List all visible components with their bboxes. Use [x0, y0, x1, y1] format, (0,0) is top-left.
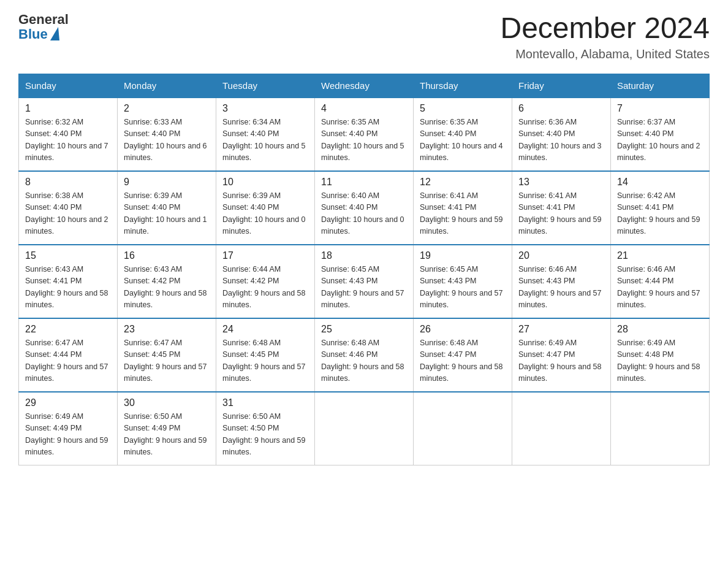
calendar-cell: 19 Sunrise: 6:45 AMSunset: 4:43 PMDaylig… — [414, 245, 512, 318]
calendar-cell: 30 Sunrise: 6:50 AMSunset: 4:49 PMDaylig… — [118, 392, 216, 465]
day-number: 13 — [518, 177, 604, 188]
calendar-week-2: 8 Sunrise: 6:38 AMSunset: 4:40 PMDayligh… — [19, 171, 710, 245]
day-number: 1 — [25, 103, 111, 114]
column-header-friday: Friday — [512, 74, 611, 98]
day-number: 30 — [124, 397, 210, 408]
day-number: 11 — [321, 177, 407, 188]
location-subtitle: Montevallo, Alabama, United States — [500, 47, 710, 61]
column-header-monday: Monday — [118, 74, 216, 98]
day-info: Sunrise: 6:41 AMSunset: 4:41 PMDaylight:… — [518, 190, 604, 238]
day-info: Sunrise: 6:42 AMSunset: 4:41 PMDaylight:… — [617, 190, 703, 238]
logo-blue: Blue — [18, 27, 48, 42]
day-number: 6 — [518, 103, 604, 114]
calendar-cell: 20 Sunrise: 6:46 AMSunset: 4:43 PMDaylig… — [512, 245, 611, 318]
day-info: Sunrise: 6:34 AMSunset: 4:40 PMDaylight:… — [222, 117, 308, 164]
day-number: 18 — [321, 250, 407, 261]
day-info: Sunrise: 6:35 AMSunset: 4:40 PMDaylight:… — [420, 117, 506, 164]
day-info: Sunrise: 6:43 AMSunset: 4:41 PMDaylight:… — [25, 264, 111, 312]
calendar-cell: 3 Sunrise: 6:34 AMSunset: 4:40 PMDayligh… — [216, 98, 315, 171]
calendar-cell: 4 Sunrise: 6:35 AMSunset: 4:40 PMDayligh… — [315, 98, 414, 171]
logo-triangle-icon — [50, 27, 59, 40]
day-info: Sunrise: 6:49 AMSunset: 4:48 PMDaylight:… — [617, 337, 703, 385]
day-info: Sunrise: 6:35 AMSunset: 4:40 PMDaylight:… — [321, 117, 407, 164]
day-number: 24 — [222, 324, 308, 335]
calendar-cell: 22 Sunrise: 6:47 AMSunset: 4:44 PMDaylig… — [19, 318, 118, 392]
day-number: 17 — [222, 250, 308, 261]
day-number: 28 — [617, 324, 703, 335]
day-info: Sunrise: 6:48 AMSunset: 4:47 PMDaylight:… — [420, 337, 506, 385]
day-number: 7 — [617, 103, 703, 114]
column-header-sunday: Sunday — [19, 74, 118, 98]
day-info: Sunrise: 6:39 AMSunset: 4:40 PMDaylight:… — [222, 190, 308, 238]
day-info: Sunrise: 6:50 AMSunset: 4:50 PMDaylight:… — [222, 411, 308, 459]
day-info: Sunrise: 6:49 AMSunset: 4:47 PMDaylight:… — [518, 337, 604, 385]
logo-general: General — [18, 12, 69, 27]
month-title: December 2024 — [500, 12, 710, 45]
calendar-cell: 1 Sunrise: 6:32 AMSunset: 4:40 PMDayligh… — [19, 98, 118, 171]
calendar-cell: 14 Sunrise: 6:42 AMSunset: 4:41 PMDaylig… — [611, 171, 710, 245]
day-number: 12 — [420, 177, 506, 188]
day-info: Sunrise: 6:50 AMSunset: 4:49 PMDaylight:… — [124, 411, 210, 459]
calendar-cell: 6 Sunrise: 6:36 AMSunset: 4:40 PMDayligh… — [512, 98, 611, 171]
calendar-cell: 5 Sunrise: 6:35 AMSunset: 4:40 PMDayligh… — [414, 98, 512, 171]
day-info: Sunrise: 6:45 AMSunset: 4:43 PMDaylight:… — [321, 264, 407, 312]
day-number: 25 — [321, 324, 407, 335]
day-info: Sunrise: 6:37 AMSunset: 4:40 PMDaylight:… — [617, 117, 703, 164]
day-info: Sunrise: 6:45 AMSunset: 4:43 PMDaylight:… — [420, 264, 506, 312]
calendar-week-1: 1 Sunrise: 6:32 AMSunset: 4:40 PMDayligh… — [19, 98, 710, 171]
day-info: Sunrise: 6:44 AMSunset: 4:42 PMDaylight:… — [222, 264, 308, 312]
calendar-cell: 28 Sunrise: 6:49 AMSunset: 4:48 PMDaylig… — [611, 318, 710, 392]
column-header-thursday: Thursday — [414, 74, 512, 98]
day-number: 23 — [124, 324, 210, 335]
day-number: 15 — [25, 250, 111, 261]
calendar-cell: 21 Sunrise: 6:46 AMSunset: 4:44 PMDaylig… — [611, 245, 710, 318]
calendar-cell: 11 Sunrise: 6:40 AMSunset: 4:40 PMDaylig… — [315, 171, 414, 245]
day-info: Sunrise: 6:43 AMSunset: 4:42 PMDaylight:… — [124, 264, 210, 312]
calendar-cell — [512, 392, 611, 465]
day-number: 16 — [124, 250, 210, 261]
day-number: 3 — [222, 103, 308, 114]
day-number: 4 — [321, 103, 407, 114]
calendar-cell: 27 Sunrise: 6:49 AMSunset: 4:47 PMDaylig… — [512, 318, 611, 392]
day-info: Sunrise: 6:41 AMSunset: 4:41 PMDaylight:… — [420, 190, 506, 238]
day-number: 14 — [617, 177, 703, 188]
calendar-cell: 29 Sunrise: 6:49 AMSunset: 4:49 PMDaylig… — [19, 392, 118, 465]
calendar-cell: 23 Sunrise: 6:47 AMSunset: 4:45 PMDaylig… — [118, 318, 216, 392]
calendar-cell — [611, 392, 710, 465]
day-info: Sunrise: 6:40 AMSunset: 4:40 PMDaylight:… — [321, 190, 407, 238]
day-info: Sunrise: 6:32 AMSunset: 4:40 PMDaylight:… — [25, 117, 111, 164]
day-info: Sunrise: 6:46 AMSunset: 4:43 PMDaylight:… — [518, 264, 604, 312]
day-number: 27 — [518, 324, 604, 335]
calendar-cell: 10 Sunrise: 6:39 AMSunset: 4:40 PMDaylig… — [216, 171, 315, 245]
calendar-cell: 15 Sunrise: 6:43 AMSunset: 4:41 PMDaylig… — [19, 245, 118, 318]
day-number: 22 — [25, 324, 111, 335]
day-number: 10 — [222, 177, 308, 188]
calendar-cell: 8 Sunrise: 6:38 AMSunset: 4:40 PMDayligh… — [19, 171, 118, 245]
title-block: December 2024 Montevallo, Alabama, Unite… — [500, 12, 710, 61]
day-number: 29 — [25, 397, 111, 408]
calendar-cell — [315, 392, 414, 465]
calendar-cell: 7 Sunrise: 6:37 AMSunset: 4:40 PMDayligh… — [611, 98, 710, 171]
calendar-cell: 31 Sunrise: 6:50 AMSunset: 4:50 PMDaylig… — [216, 392, 315, 465]
calendar-cell: 25 Sunrise: 6:48 AMSunset: 4:46 PMDaylig… — [315, 318, 414, 392]
calendar-week-3: 15 Sunrise: 6:43 AMSunset: 4:41 PMDaylig… — [19, 245, 710, 318]
calendar-week-5: 29 Sunrise: 6:49 AMSunset: 4:49 PMDaylig… — [19, 392, 710, 465]
day-info: Sunrise: 6:48 AMSunset: 4:46 PMDaylight:… — [321, 337, 407, 385]
day-number: 8 — [25, 177, 111, 188]
day-info: Sunrise: 6:36 AMSunset: 4:40 PMDaylight:… — [518, 117, 604, 164]
day-info: Sunrise: 6:33 AMSunset: 4:40 PMDaylight:… — [124, 117, 210, 164]
day-info: Sunrise: 6:47 AMSunset: 4:44 PMDaylight:… — [25, 337, 111, 385]
day-number: 2 — [124, 103, 210, 114]
calendar-week-4: 22 Sunrise: 6:47 AMSunset: 4:44 PMDaylig… — [19, 318, 710, 392]
day-info: Sunrise: 6:38 AMSunset: 4:40 PMDaylight:… — [25, 190, 111, 238]
calendar-cell: 26 Sunrise: 6:48 AMSunset: 4:47 PMDaylig… — [414, 318, 512, 392]
day-info: Sunrise: 6:46 AMSunset: 4:44 PMDaylight:… — [617, 264, 703, 312]
day-number: 5 — [420, 103, 506, 114]
calendar-cell — [414, 392, 512, 465]
column-header-saturday: Saturday — [611, 74, 710, 98]
day-number: 9 — [124, 177, 210, 188]
calendar-cell: 24 Sunrise: 6:48 AMSunset: 4:45 PMDaylig… — [216, 318, 315, 392]
calendar-cell: 18 Sunrise: 6:45 AMSunset: 4:43 PMDaylig… — [315, 245, 414, 318]
calendar-cell: 12 Sunrise: 6:41 AMSunset: 4:41 PMDaylig… — [414, 171, 512, 245]
calendar-cell: 16 Sunrise: 6:43 AMSunset: 4:42 PMDaylig… — [118, 245, 216, 318]
